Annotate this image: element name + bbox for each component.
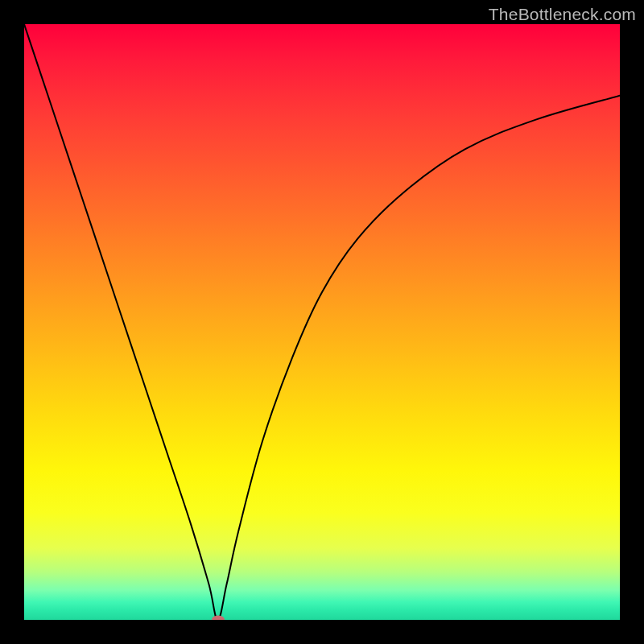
plot-area <box>24 24 620 620</box>
bottleneck-curve <box>24 24 620 620</box>
curve-canvas <box>24 24 620 620</box>
chart-frame: TheBottleneck.com <box>0 0 644 644</box>
watermark-label: TheBottleneck.com <box>489 5 636 24</box>
min-point-marker <box>212 616 225 621</box>
